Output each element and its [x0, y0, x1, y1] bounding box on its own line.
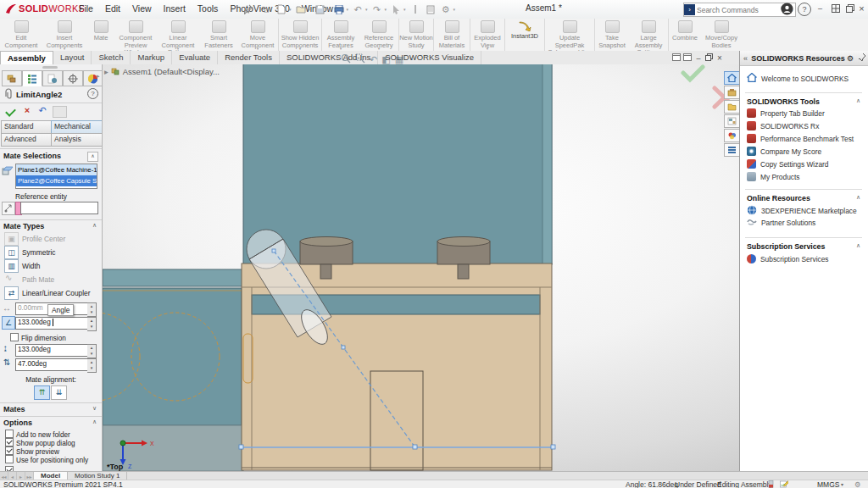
quick-tips-icon[interactable]: ⚙	[854, 480, 861, 488]
dropdown-caret-icon[interactable]: ▾	[403, 7, 406, 12]
solidworks-resources-tab[interactable]	[724, 71, 740, 85]
breadcrumb[interactable]: ▸ Assem1 (Default<Display...	[104, 66, 220, 77]
ribbon-button[interactable]: Insert Components▾	[42, 19, 86, 53]
ribbon-button[interactable]: Take Snapshot	[595, 19, 629, 53]
collapse-chevron-icon[interactable]: ∧	[856, 242, 860, 249]
mate-type-width[interactable]: Width	[22, 262, 40, 270]
section-header-solidworks-tools[interactable]: SOLIDWORKS Tools	[747, 97, 820, 106]
mate-type-linear-coupler[interactable]: Linear/Linear Coupler	[22, 289, 91, 297]
selection-handle[interactable]	[551, 445, 555, 449]
model-back-panel[interactable]	[243, 64, 552, 264]
search-scope-icon[interactable]: ›	[684, 4, 695, 15]
featuremanager-tab[interactable]	[2, 70, 22, 86]
pane-pin-icon[interactable]	[855, 53, 868, 64]
menu-file[interactable]: File	[73, 0, 99, 18]
model-back-panel-edge[interactable]	[542, 64, 552, 264]
use-for-positioning-only-checkbox[interactable]	[5, 455, 14, 463]
dimxpertmanager-tab[interactable]	[63, 70, 83, 86]
window-layout-icon[interactable]	[830, 3, 841, 14]
mate-tab-standard[interactable]: Standard	[1, 120, 53, 134]
selection-handle[interactable]	[413, 445, 417, 449]
ribbon-button[interactable]: Show Hidden Components▾	[279, 19, 322, 53]
ribbon-button[interactable]: Exploded View▾	[470, 19, 505, 53]
edit-note-icon[interactable]	[780, 480, 788, 488]
restore-button[interactable]	[844, 3, 855, 14]
menu-tools[interactable]: Tools	[192, 0, 225, 18]
symmetric-icon[interactable]: ◫	[4, 246, 19, 259]
mate-tab-advanced[interactable]: Advanced	[1, 133, 53, 147]
distance-spinner[interactable]: ▴▾	[87, 302, 97, 317]
menu-insert[interactable]: Insert	[158, 0, 192, 18]
display-style-icon[interactable]: ◔	[408, 54, 414, 64]
undo-icon[interactable]: ↶	[351, 3, 364, 16]
mate-type-symmetric[interactable]: Symmetric	[22, 248, 56, 257]
redo-icon[interactable]: ↷	[370, 3, 384, 16]
model-view[interactable]: X Z *Top	[103, 64, 739, 471]
panel-flyout-arrow-icon[interactable]: ▸	[97, 73, 100, 80]
expand-chevron-icon[interactable]: ∨	[92, 405, 97, 412]
cancel-button[interactable]: ×	[20, 104, 34, 116]
child-minimize-button[interactable]: –	[694, 53, 703, 64]
mate-types-header[interactable]: Mate Types	[3, 222, 44, 230]
anti-aligned-button[interactable]: ⇊	[51, 385, 67, 400]
min-angle-spinner[interactable]: ▴▾	[87, 358, 97, 373]
mate-tab-mechanical[interactable]: Mechanical	[51, 120, 102, 134]
confirm-ok-mark[interactable]	[683, 67, 703, 80]
show-popup-dialog-checkbox[interactable]	[5, 438, 14, 446]
section-view-icon[interactable]: ◧	[381, 54, 390, 65]
reference-entity-icon[interactable]	[2, 202, 15, 215]
zoom-fit-icon[interactable]	[341, 53, 351, 65]
units-caret-icon[interactable]: ▾	[841, 480, 843, 488]
ribbon-button[interactable]: Edit Component	[0, 19, 42, 53]
view-orientation-icon[interactable]: ▦	[395, 54, 403, 65]
search-box[interactable]: › ▾	[683, 3, 796, 17]
reference-entity-field[interactable]	[20, 202, 98, 214]
mates-section-header[interactable]: Mates	[3, 405, 25, 413]
collapse-chevron-icon[interactable]: ∧	[856, 97, 860, 104]
collapse-chevron-icon[interactable]: ∧	[92, 222, 97, 229]
selection-handle[interactable]	[239, 445, 243, 449]
help-icon[interactable]: ?	[798, 3, 811, 16]
home-icon[interactable]: ⌂	[259, 3, 273, 16]
collapse-chevron-icon[interactable]: ∧	[87, 152, 98, 162]
selection-entry[interactable]: Plane1@Coffee Machine-1@As	[16, 164, 97, 175]
selection-entry[interactable]: Plane2@Coffee Capsule Shelf-	[16, 175, 97, 186]
angle-spinner[interactable]: ▴▾	[87, 317, 97, 331]
linear-coupler-icon[interactable]: ⇄	[4, 286, 19, 300]
dropdown-caret-icon[interactable]: ▾	[309, 7, 311, 12]
collapse-pane-icon[interactable]: «	[740, 54, 751, 63]
expand-arrow-icon[interactable]: ▸	[104, 67, 108, 76]
show-preview-checkbox[interactable]	[5, 446, 14, 455]
flip-dimension-checkbox[interactable]	[10, 333, 19, 341]
dropdown-caret-icon[interactable]: ▾	[385, 7, 387, 12]
ribbon-button[interactable]: Mate	[86, 19, 115, 53]
properties-icon[interactable]	[424, 3, 437, 16]
menu-view[interactable]: View	[126, 0, 158, 18]
print-icon[interactable]	[332, 3, 346, 16]
pin-button[interactable]	[53, 106, 67, 118]
menu-pin-icon[interactable]	[244, 4, 253, 16]
new-document-icon[interactable]	[275, 3, 288, 16]
model-left-rail[interactable]	[103, 269, 243, 286]
panel-splitter-handle[interactable]	[42, 66, 58, 69]
dropdown-caret-icon[interactable]: ▾	[347, 7, 349, 12]
propertymanager-tab[interactable]	[22, 70, 42, 86]
close-button[interactable]: ×	[856, 3, 867, 14]
open-icon[interactable]	[294, 3, 308, 16]
selection-handle[interactable]	[342, 346, 345, 349]
view-palette-tab[interactable]	[724, 114, 740, 128]
tab-markup[interactable]: Markup	[131, 51, 172, 64]
custom-properties-tab[interactable]	[724, 143, 740, 157]
max-angle-spinner[interactable]: ▴▾	[87, 344, 97, 358]
width-icon[interactable]: ▥	[4, 259, 19, 273]
max-angle-field[interactable]: 133.00deg	[15, 344, 90, 357]
options-gear-icon[interactable]: ⚙	[439, 3, 453, 16]
add-to-new-folder-checkbox[interactable]	[5, 430, 14, 438]
task-pane-link[interactable]: My Products	[747, 172, 800, 181]
attachment-icon[interactable]	[409, 3, 422, 16]
options-section-header[interactable]: Options	[3, 419, 32, 427]
ribbon-button-instant3d[interactable]: Instant3D	[505, 19, 545, 53]
task-pane-link[interactable]: Copy Settings Wizard	[747, 159, 829, 169]
undo-button[interactable]: ↶	[36, 104, 49, 116]
model-front-panel[interactable]	[103, 288, 242, 425]
